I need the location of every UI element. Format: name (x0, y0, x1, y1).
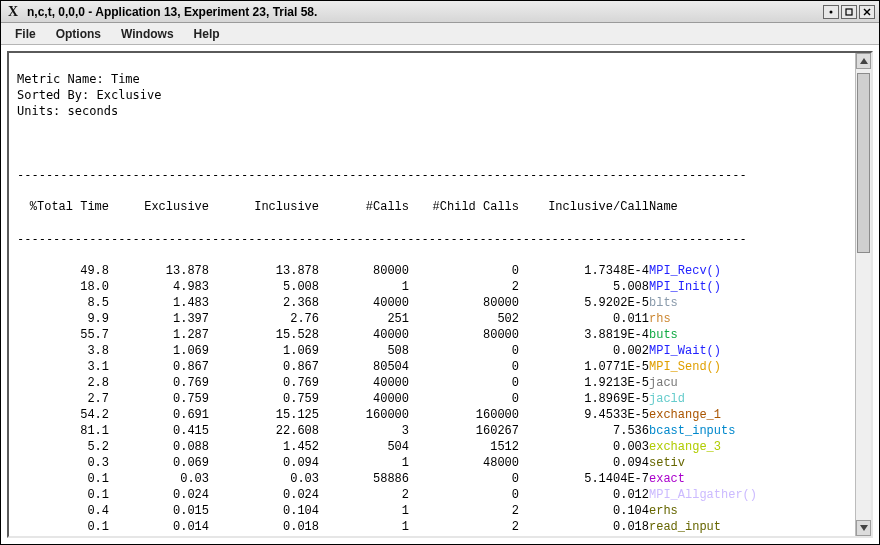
cell-pct: 3.8 (17, 343, 109, 359)
scroll-down-button[interactable] (856, 520, 871, 536)
cell-calls: 504 (319, 439, 409, 455)
cell-incl: 2.76 (209, 311, 319, 327)
table-row[interactable]: 2.80.7690.7694000001.9213E-5jacu (17, 375, 809, 391)
vertical-scrollbar[interactable] (855, 53, 871, 536)
cell-name[interactable]: MPI_Send() (649, 359, 809, 375)
metric-name-value: Time (111, 72, 140, 86)
table-row[interactable]: 0.30.0690.0941480000.094setiv (17, 455, 809, 471)
cell-excl: 1.483 (109, 295, 209, 311)
cell-name[interactable]: bcast_inputs (649, 423, 809, 439)
cell-name[interactable]: erhs (649, 503, 809, 519)
cell-incl: 13.878 (209, 263, 319, 279)
cell-pct: 0.1 (17, 487, 109, 503)
cell-name[interactable]: jacu (649, 375, 809, 391)
table-row[interactable]: 54.20.69115.1251600001600009.4533E-5exch… (17, 407, 809, 423)
minimize-button[interactable] (823, 5, 839, 19)
cell-name[interactable]: exact (649, 471, 809, 487)
cell-calls: 160000 (319, 407, 409, 423)
menu-bar: File Options Windows Help (1, 23, 879, 45)
table-row[interactable]: 0.10.0080.021180010.021error (17, 535, 809, 536)
text-area[interactable]: Metric Name: Time Sorted By: Exclusive U… (9, 53, 855, 536)
header-row: %Total Time Exclusive Inclusive #Calls #… (17, 199, 809, 215)
cell-calls: 80504 (319, 359, 409, 375)
cell-pct: 54.2 (17, 407, 109, 423)
cell-child: 2 (409, 279, 519, 295)
table-row[interactable]: 9.91.3972.762515020.011rhs (17, 311, 809, 327)
cell-excl: 0.03 (109, 471, 209, 487)
cell-pct: 2.8 (17, 375, 109, 391)
sorted-by-label: Sorted By: (17, 88, 96, 102)
cell-incl: 15.125 (209, 407, 319, 423)
cell-inclpc: 0.104 (519, 503, 649, 519)
table-row[interactable]: 8.51.4832.36840000800005.9202E-5blts (17, 295, 809, 311)
cell-pct: 0.3 (17, 455, 109, 471)
cell-child: 0 (409, 343, 519, 359)
cell-incl: 0.024 (209, 487, 319, 503)
cell-child: 8001 (409, 535, 519, 536)
cell-incl: 15.528 (209, 327, 319, 343)
cell-excl: 1.287 (109, 327, 209, 343)
cell-name[interactable]: jacld (649, 391, 809, 407)
scroll-thumb[interactable] (857, 73, 870, 253)
menu-help[interactable]: Help (186, 25, 228, 43)
cell-excl: 0.014 (109, 519, 209, 535)
col-inclpc: Inclusive/Call (519, 199, 649, 215)
svg-marker-4 (860, 58, 868, 64)
table-row[interactable]: 3.81.0691.06950800.002MPI_Wait() (17, 343, 809, 359)
maximize-button[interactable] (841, 5, 857, 19)
table-row[interactable]: 3.10.8670.8678050401.0771E-5MPI_Send() (17, 359, 809, 375)
scroll-up-button[interactable] (856, 53, 871, 69)
cell-inclpc: 0.003 (519, 439, 649, 455)
cell-name[interactable]: read_input (649, 519, 809, 535)
cell-incl: 0.03 (209, 471, 319, 487)
scroll-track[interactable] (856, 69, 871, 520)
cell-child: 502 (409, 311, 519, 327)
cell-incl: 0.759 (209, 391, 319, 407)
meta-block: Metric Name: Time Sorted By: Exclusive U… (17, 71, 849, 119)
cell-name[interactable]: MPI_Recv() (649, 263, 809, 279)
cell-pct: 81.1 (17, 423, 109, 439)
table-row[interactable]: 49.813.87813.8788000001.7348E-4MPI_Recv(… (17, 263, 809, 279)
cell-name[interactable]: MPI_Init() (649, 279, 809, 295)
cell-name[interactable]: MPI_Allgather() (649, 487, 809, 503)
col-excl: Exclusive (109, 199, 209, 215)
cell-excl: 13.878 (109, 263, 209, 279)
col-child: #Child Calls (409, 199, 519, 215)
table-row[interactable]: 55.71.28715.52840000800003.8819E-4buts (17, 327, 809, 343)
cell-name[interactable]: setiv (649, 455, 809, 471)
cell-child: 0 (409, 391, 519, 407)
cell-incl: 0.018 (209, 519, 319, 535)
table-row[interactable]: 0.10.0140.018120.018read_input (17, 519, 809, 535)
menu-options[interactable]: Options (48, 25, 109, 43)
cell-name[interactable]: rhs (649, 311, 809, 327)
table-row[interactable]: 0.40.0150.104120.104erhs (17, 503, 809, 519)
cell-incl: 0.094 (209, 455, 319, 471)
window-controls (823, 5, 875, 19)
table-row[interactable]: 0.10.030.035888605.1404E-7exact (17, 471, 809, 487)
app-icon: X (5, 4, 21, 20)
cell-name[interactable]: exchange_1 (649, 407, 809, 423)
content-wrap: Metric Name: Time Sorted By: Exclusive U… (1, 45, 879, 544)
cell-name[interactable]: exchange_3 (649, 439, 809, 455)
cell-name[interactable]: blts (649, 295, 809, 311)
menu-windows[interactable]: Windows (113, 25, 182, 43)
cell-calls: 2 (319, 487, 409, 503)
cell-child: 0 (409, 359, 519, 375)
cell-calls: 508 (319, 343, 409, 359)
table-row[interactable]: 18.04.9835.008125.008MPI_Init() (17, 279, 809, 295)
close-button[interactable] (859, 5, 875, 19)
cell-incl: 1.452 (209, 439, 319, 455)
cell-name[interactable]: error (649, 535, 809, 536)
cell-child: 160267 (409, 423, 519, 439)
cell-incl: 0.769 (209, 375, 319, 391)
table-row[interactable]: 5.20.0881.45250415120.003exchange_3 (17, 439, 809, 455)
cell-name[interactable]: buts (649, 327, 809, 343)
cell-name[interactable]: MPI_Wait() (649, 343, 809, 359)
menu-file[interactable]: File (7, 25, 44, 43)
table-row[interactable]: 81.10.41522.60831602677.536bcast_inputs (17, 423, 809, 439)
table-row[interactable]: 2.70.7590.7594000001.8969E-5jacld (17, 391, 809, 407)
cell-inclpc: 0.002 (519, 343, 649, 359)
cell-incl: 0.867 (209, 359, 319, 375)
table-row[interactable]: 0.10.0240.024200.012MPI_Allgather() (17, 487, 809, 503)
cell-excl: 0.069 (109, 455, 209, 471)
